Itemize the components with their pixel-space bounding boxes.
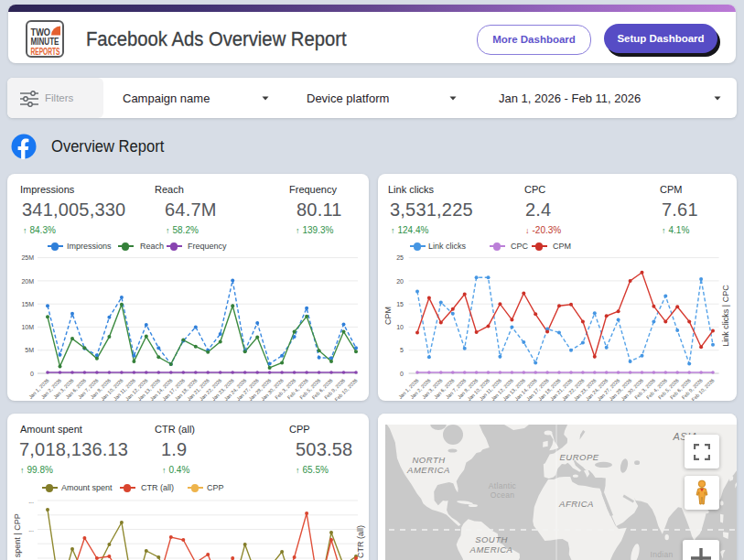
svg-text:Amount spent | CPP: Amount spent | CPP [13,513,22,560]
svg-text:15M: 15M [21,301,34,307]
svg-text:15: 15 [396,301,404,307]
svg-text:0: 0 [400,371,404,377]
svg-text:...: ... [28,555,34,560]
svg-text:AMERICA: AMERICA [406,465,450,475]
svg-text:10M: 10M [21,324,34,330]
svg-text:5M: 5M [25,347,34,353]
svg-text:CPM: CPM [383,307,393,325]
svg-text:Link clicks | CPC: Link clicks | CPC [721,285,730,347]
svg-text:...: ... [28,498,34,504]
svg-text:CTR (all): CTR (all) [356,525,365,558]
svg-text:Atlantic: Atlantic [489,481,517,490]
svg-text:EUROPE: EUROPE [559,452,598,462]
svg-text:20M: 20M [21,278,34,285]
svg-text:Indian: Indian [651,550,674,559]
svg-text:SOUTH: SOUTH [475,534,508,544]
svg-text:...: ... [28,526,34,533]
svg-text:5: 5 [400,347,404,353]
svg-text:25M: 25M [21,254,34,261]
svg-text:AFRICA: AFRICA [558,499,594,509]
svg-text:25: 25 [396,254,404,261]
svg-text:AMERICA: AMERICA [469,544,513,555]
svg-text:20: 20 [396,278,404,285]
svg-text:REPORTS: REPORTS [31,46,60,57]
svg-text:0: 0 [30,371,34,377]
svg-text:Ocean: Ocean [491,490,515,500]
svg-text:10: 10 [396,324,404,330]
svg-text:NORTH: NORTH [412,455,445,465]
